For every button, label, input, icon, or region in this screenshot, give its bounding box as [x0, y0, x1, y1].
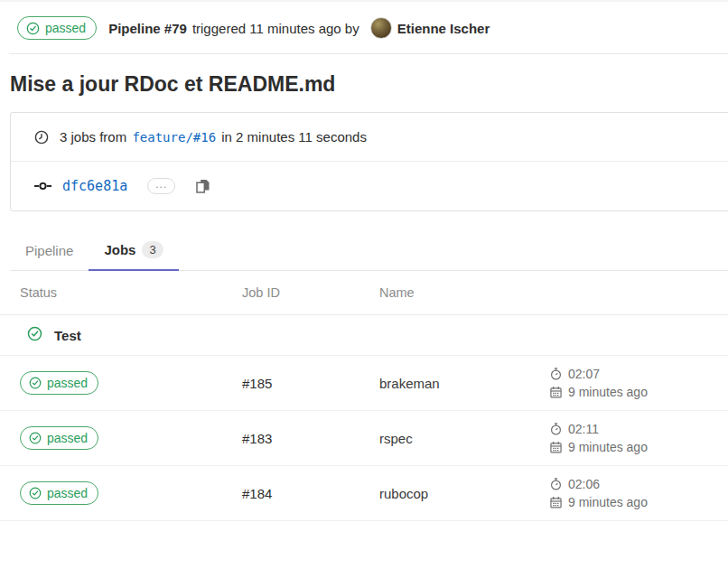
branch-ref-link[interactable]: feature/#16 — [132, 130, 216, 145]
stage-row-test: Test — [0, 315, 728, 356]
commit-row: dfc6e81a ... — [11, 161, 728, 210]
pipeline-tabs: Pipeline Jobs 3 — [10, 233, 728, 271]
job-duration: 02:11 — [568, 422, 599, 437]
job-name: brakeman — [369, 376, 540, 391]
page-title: Mise a jour RDoc et README.md — [10, 71, 728, 97]
check-circle-icon — [29, 432, 42, 444]
stopwatch-icon — [550, 368, 562, 380]
job-status-label: passed — [47, 430, 88, 446]
stopwatch-icon — [550, 423, 562, 435]
copy-icon[interactable] — [195, 178, 210, 194]
job-id-link[interactable]: #183 — [232, 431, 369, 446]
pipeline-header-bar: passed Pipeline #79 triggered 11 minutes… — [0, 2, 728, 53]
job-timing: 02:06 9 minutes ago — [540, 477, 728, 510]
tab-pipeline[interactable]: Pipeline — [10, 233, 89, 271]
commit-message-expand-button[interactable]: ... — [147, 178, 175, 194]
jobs-summary-row: 3 jobs from feature/#16 in 2 minutes 11 … — [11, 113, 728, 161]
job-row-rspec: passed #183 rspec 02:11 — [0, 411, 728, 466]
user-name[interactable]: Etienne Ischer — [397, 21, 490, 36]
pipeline-summary-box: 3 jobs from feature/#16 in 2 minutes 11 … — [10, 112, 728, 211]
stopwatch-icon — [550, 478, 562, 490]
jobs-duration-text: in 2 minutes 11 seconds — [221, 129, 367, 145]
calendar-icon — [550, 386, 562, 398]
job-name: rspec — [369, 431, 540, 446]
check-circle-icon — [29, 487, 42, 499]
job-timing: 02:11 9 minutes ago — [540, 422, 728, 455]
job-row-rubocop: passed #184 rubocop 02:06 — [0, 466, 728, 521]
stage-name: Test — [54, 328, 81, 343]
job-status-label: passed — [47, 485, 88, 501]
pipeline-summary-text: Pipeline #79 triggered 11 minutes ago by… — [108, 17, 490, 39]
tab-jobs-label: Jobs — [104, 242, 135, 257]
job-status-label: passed — [47, 375, 88, 391]
status-badge-label: passed — [45, 20, 86, 36]
header-divider — [9, 53, 728, 54]
calendar-icon — [550, 496, 562, 508]
jobs-count-badge: 3 — [142, 241, 163, 258]
column-header-name: Name — [369, 285, 540, 300]
column-header-job-id: Job ID — [232, 285, 369, 300]
user-avatar[interactable] — [370, 17, 392, 39]
jobs-count-text: 3 jobs from — [60, 129, 126, 145]
commit-sha-link[interactable]: dfc6e81a — [62, 178, 127, 194]
job-timing: 02:07 9 minutes ago — [540, 367, 728, 400]
job-name: rubocop — [369, 486, 540, 501]
triggered-text: triggered 11 minutes ago by — [192, 21, 359, 36]
pipeline-number: Pipeline #79 — [108, 21, 187, 36]
jobs-summary-text: 3 jobs from feature/#16 in 2 minutes 11 … — [60, 129, 367, 145]
commit-icon — [34, 180, 51, 192]
job-id-link[interactable]: #185 — [232, 376, 369, 391]
job-status-badge[interactable]: passed — [20, 426, 98, 450]
job-finished-ago: 9 minutes ago — [568, 440, 648, 455]
stage-status-check-circle-icon — [27, 326, 42, 344]
column-header-status: Status — [10, 285, 232, 300]
job-id-link[interactable]: #184 — [232, 486, 369, 501]
job-duration: 02:06 — [568, 477, 600, 492]
tab-jobs[interactable]: Jobs 3 — [89, 233, 178, 271]
job-finished-ago: 9 minutes ago — [568, 385, 648, 400]
job-status-badge[interactable]: passed — [20, 481, 98, 505]
clock-icon — [34, 130, 49, 145]
check-circle-icon — [29, 377, 42, 389]
tab-pipeline-label: Pipeline — [25, 243, 73, 258]
check-circle-icon — [26, 22, 40, 35]
job-status-badge[interactable]: passed — [20, 371, 98, 395]
pipeline-status-badge[interactable]: passed — [17, 16, 97, 40]
table-header-row: Status Job ID Name — [0, 271, 728, 315]
jobs-table: Status Job ID Name Test passed — [0, 271, 728, 521]
calendar-icon — [550, 441, 562, 453]
job-duration: 02:07 — [568, 367, 600, 382]
job-finished-ago: 9 minutes ago — [568, 495, 648, 510]
job-row-brakeman: passed #185 brakeman 02:07 — [0, 356, 728, 411]
